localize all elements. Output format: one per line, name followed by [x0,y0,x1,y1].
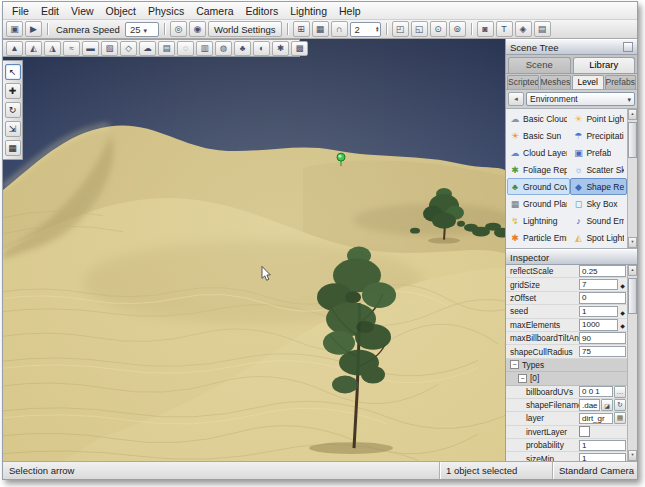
library-item[interactable]: ▣ Prefab [570,144,627,161]
camera-bookmark-icon[interactable]: ◙ [477,21,494,37]
inspector-row[interactable]: invertLayer [506,426,627,439]
menu-item[interactable]: Editors [240,4,285,18]
category-dropdown[interactable]: Environment [526,92,635,106]
panel-tab[interactable]: Library [573,57,636,73]
inspector-row[interactable]: shapeFilename .dae [506,399,627,412]
inspector-row[interactable]: maxBillboardTiltAngle 90 [506,332,627,345]
menu-item[interactable]: Help [333,4,367,18]
inspector-row[interactable]: billboardUVs 0 0 1 [506,386,627,399]
menu-item[interactable]: Lighting [284,4,333,18]
property-value-input[interactable]: 7 [579,279,618,291]
snap-terrain-tool[interactable]: ▦ [5,140,21,156]
library-subtab[interactable]: Prefabs [605,75,637,89]
library-item[interactable]: ◻ Sky Box [570,195,627,212]
menu-item[interactable]: Edit [35,4,65,18]
scroll-thumb[interactable] [628,278,637,314]
property-value-input[interactable]: 90 [579,332,626,344]
soft-snap-icon[interactable]: ∩ [331,21,348,37]
collapse-toggle-icon[interactable] [510,360,519,369]
water-block-icon[interactable]: ◇ [120,41,137,56]
collapse-toggle-icon[interactable] [518,374,527,383]
library-subtab[interactable]: Scripted [507,75,539,89]
library-item[interactable]: ☀ Point Light [570,110,627,127]
terrain-lower-icon[interactable]: ◮ [44,41,61,56]
inspector-row[interactable]: sizeMin 1 [506,452,627,461]
scroll-down-icon[interactable] [628,450,637,461]
shape-editor-icon[interactable]: ◐ [253,41,270,56]
file-picker-button[interactable] [601,399,613,411]
menu-item[interactable]: Object [100,4,142,18]
inspector-row[interactable]: layer dirt_gr [506,412,627,425]
scroll-up-icon[interactable] [628,109,637,120]
property-value-input[interactable]: 1000 [579,319,618,331]
menu-item[interactable]: File [6,4,35,18]
forest-tool-icon[interactable]: ♣ [234,41,251,56]
drop-at-origin-icon[interactable]: ⊙ [430,21,447,37]
inspector-row[interactable]: zOffset 0 [506,292,627,305]
library-item[interactable]: ☼ Scatter Sky [570,161,627,178]
viewport-3d[interactable]: ▲◭◮≈▬▧◇☁▤◌▥◍♣◐✱▩ ↖✚↻⇲▦ [3,39,505,461]
library-item[interactable]: ✱ Foliage Replicator [507,161,570,178]
road-tool-icon[interactable]: ▤ [158,41,175,56]
layer-image-button[interactable] [614,412,626,424]
snap-to-terrain-icon[interactable]: ▦ [312,21,329,37]
grid-snap-size-input[interactable]: 2 [350,22,381,37]
property-value-input[interactable]: 0 [579,292,626,304]
material-editor-icon[interactable]: ▩ [291,41,308,56]
inspector-row[interactable]: shapeCullRadius 75 [506,345,627,358]
menu-item[interactable]: Physics [142,4,190,18]
value-stepper-icon[interactable] [619,319,626,330]
drop-to-ground-icon[interactable]: ⊚ [449,21,466,37]
library-item[interactable]: ◆ Shape Replicator [570,178,627,195]
library-item[interactable]: ↯ Lightning [507,212,570,229]
terrain-editor-icon[interactable]: ▲ [6,41,23,56]
expand-value-button[interactable] [614,386,626,398]
scroll-down-icon[interactable] [628,237,637,248]
property-checkbox[interactable] [579,426,590,437]
select-arrow-tool[interactable]: ↖ [5,64,21,80]
menu-item[interactable]: Camera [190,4,239,18]
snap-to-grid-icon[interactable]: ⊞ [293,21,310,37]
camera-speed-dropdown[interactable]: 25 [125,22,159,37]
inspector-row[interactable]: probability 1 [506,439,627,452]
inspector-row[interactable]: gridSize 7 [506,278,627,291]
library-scrollbar[interactable] [627,109,637,248]
value-stepper-icon[interactable] [619,306,626,317]
terrain-raise-icon[interactable]: ◭ [25,41,42,56]
property-value-input[interactable]: 0 0 1 [579,386,613,398]
property-value-input[interactable]: 1 [579,306,618,318]
text-tool-icon[interactable]: T [496,21,513,37]
inspector-row[interactable]: maxElements 1000 [506,319,627,332]
library-back-button[interactable] [508,92,524,106]
property-value-input[interactable]: dirt_gr [579,413,613,425]
library-item[interactable]: ◭ Spot Light [570,229,627,246]
mesh-road-tool-icon[interactable]: ▥ [196,41,213,56]
library-item[interactable]: ☁ Basic Clouds [507,110,570,127]
editor-settings-icon[interactable]: ▤ [534,21,551,37]
scroll-thumb[interactable] [628,122,637,158]
property-value-input[interactable]: 1 [579,440,626,452]
terrain-paint-icon[interactable]: ▧ [101,41,118,56]
particle-editor-icon[interactable]: ✱ [272,41,289,56]
inspector-row[interactable]: [0] [506,372,627,385]
scroll-up-icon[interactable] [628,265,637,276]
library-subtab[interactable]: Meshes [540,75,572,89]
shape-tool-icon[interactable]: ◈ [515,21,532,37]
library-item[interactable]: ♣ Ground Cover [507,178,570,195]
decal-tool-icon[interactable]: ◍ [215,41,232,56]
inspector-row[interactable]: reflectScale 0.25 [506,265,627,278]
library-item[interactable]: ☁ Cloud Layer [507,144,570,161]
library-item[interactable]: ☂ Precipitation [570,127,627,144]
inspector-scrollbar[interactable] [627,265,637,461]
player-camera-icon[interactable]: ◉ [189,21,206,37]
inspector-row[interactable]: seed 1 [506,305,627,318]
object-bounds-icon[interactable]: ◰ [392,21,409,37]
property-value-input[interactable]: .dae [579,399,600,411]
spinner-arrows-icon[interactable] [376,26,379,33]
play-game-button[interactable]: ▶ [25,21,42,37]
property-value-input[interactable]: 75 [579,346,626,358]
panel-options-icon[interactable] [623,42,633,52]
object-center-icon[interactable]: ◱ [411,21,428,37]
move-tool[interactable]: ✚ [5,83,21,99]
world-settings-button[interactable]: World Settings [208,21,282,37]
